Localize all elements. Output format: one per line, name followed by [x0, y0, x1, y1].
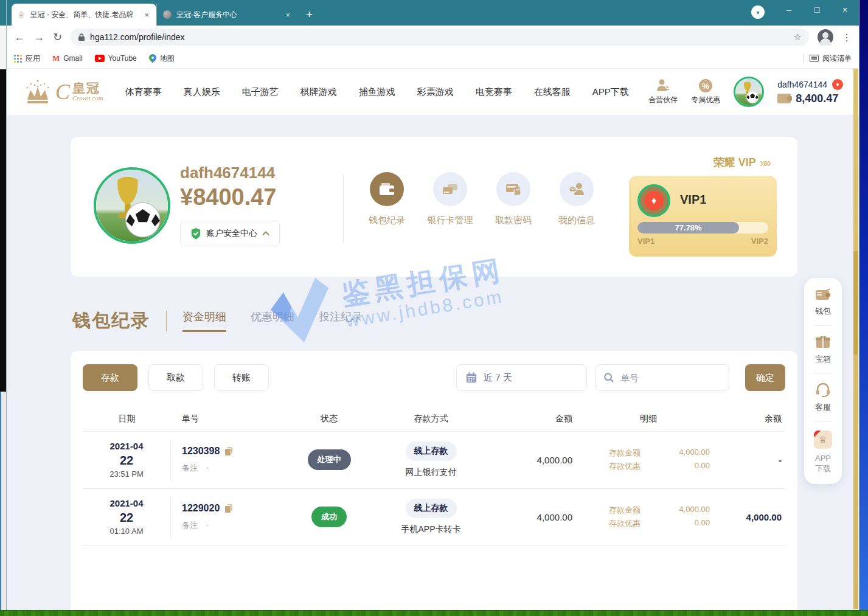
- filter-withdraw-button[interactable]: 取款: [148, 364, 203, 391]
- row-date-month: 2021-04: [83, 440, 170, 452]
- wallet-icon: [815, 288, 831, 301]
- bookmark-gmail[interactable]: M Gmail: [52, 54, 83, 63]
- table-row: 2021-04 22 01:10 AM 1229020 备注 -: [83, 489, 785, 546]
- new-tab-button[interactable]: +: [297, 4, 321, 26]
- bookmark-maps[interactable]: 地图: [149, 54, 175, 64]
- shield-icon: [190, 227, 201, 240]
- tab-search-button[interactable]: ▾: [751, 5, 765, 19]
- browser-avatar-icon[interactable]: [818, 29, 833, 45]
- scrollbar-thumb[interactable]: [853, 251, 858, 355]
- tab-funds-detail[interactable]: 资金明细: [182, 310, 226, 332]
- divider: [803, 54, 804, 63]
- minimize-button[interactable]: –: [775, 0, 803, 19]
- reload-icon[interactable]: ↻: [53, 32, 62, 43]
- bookmark-apps[interactable]: 应用: [14, 54, 40, 64]
- maximize-button[interactable]: □: [803, 0, 831, 19]
- filter-transfer-button[interactable]: 转账: [214, 364, 269, 391]
- side-item-label: 宝箱: [815, 354, 831, 365]
- promo-button[interactable]: % 专属优惠: [691, 78, 720, 105]
- side-service-button[interactable]: 客服: [815, 382, 831, 413]
- chevron-right-icon: »»: [760, 156, 769, 170]
- vip-card: ♦ VIP1 77.78% VIP1 VIP2: [629, 176, 777, 257]
- header-username: dafh4674144: [777, 80, 827, 89]
- reading-list-label: 阅读清单: [822, 54, 852, 64]
- tab-bet-records[interactable]: 投注纪录: [319, 310, 363, 332]
- partner-person-icon: [655, 78, 671, 93]
- nav-board-games[interactable]: 棋牌游戏: [300, 86, 337, 98]
- copy-icon[interactable]: [224, 504, 232, 513]
- method-channel: 网上银行支付: [375, 467, 487, 478]
- nav-app-download[interactable]: APP下载: [592, 86, 629, 98]
- card-lock-icon: [505, 182, 521, 196]
- browser-menu-icon[interactable]: ⋮: [842, 32, 852, 43]
- action-bank-cards[interactable]: 银行卡管理: [418, 172, 482, 226]
- wallet-records-icon: [379, 182, 395, 196]
- profile-username: dafh4674144: [180, 164, 275, 182]
- col-status: 状态: [283, 414, 375, 424]
- date-range-value: 近 7 天: [484, 372, 512, 384]
- order-number: 1230398: [182, 446, 220, 457]
- vip-diamond-icon: ♦: [832, 79, 843, 90]
- table-header-row: 日期 单号 状态 存款方式 金额 明细 余额: [83, 407, 785, 431]
- desktop-left-strip: [0, 0, 6, 616]
- action-withdraw-password[interactable]: 取款密码: [482, 172, 545, 226]
- side-chest-button[interactable]: 宝箱: [815, 334, 831, 365]
- date-range-picker[interactable]: 近 7 天: [456, 364, 587, 391]
- tab-crown-main[interactable]: ♕ 皇冠 - 安全、简单、快捷.老品牌 ×: [12, 4, 156, 26]
- side-app-download-button[interactable]: ♕ APP 下载: [814, 431, 832, 474]
- partner-label: 合营伙伴: [648, 95, 678, 105]
- account-security-button[interactable]: 账户安全中心: [180, 221, 280, 246]
- bookmark-youtube[interactable]: YouTube: [95, 54, 137, 63]
- bookmark-star-icon[interactable]: ☆: [794, 32, 802, 43]
- logo-c: C: [55, 83, 70, 101]
- reading-list-button[interactable]: 阅读清单: [810, 54, 852, 64]
- url-text: hga112.com/profile/index: [90, 32, 788, 42]
- nav-slots[interactable]: 电子游艺: [242, 86, 279, 98]
- youtube-icon: [95, 55, 105, 62]
- divider: [166, 311, 167, 331]
- app-icon: ♕: [814, 431, 832, 449]
- honor-vip-link[interactable]: 荣耀 VIP »»: [713, 155, 769, 170]
- action-my-info[interactable]: 我的信息: [545, 172, 608, 226]
- nav-sports[interactable]: 体育赛事: [125, 86, 162, 98]
- page-scrollbar[interactable]: [853, 69, 858, 609]
- vip-level: VIP1: [680, 193, 706, 207]
- tab-promo-detail[interactable]: 优惠明细: [251, 310, 294, 332]
- reading-list-icon: [810, 55, 819, 62]
- promo-percent-icon: %: [698, 78, 713, 93]
- search-icon: [603, 372, 614, 383]
- header-balance: 8,400.47: [796, 92, 838, 105]
- tab-close-icon[interactable]: ×: [143, 10, 150, 19]
- promo-label: 专属优惠: [691, 95, 720, 105]
- action-wallet-records[interactable]: 钱包纪录: [355, 172, 418, 226]
- order-search-field[interactable]: [595, 364, 729, 391]
- vip-progress-bar: 77.78%: [637, 222, 768, 234]
- gift-icon: [815, 334, 831, 349]
- tab-title: 皇冠-客户服务中心: [176, 10, 279, 20]
- tab-customer-service[interactable]: 皇冠-客户服务中心 ×: [156, 4, 297, 26]
- filter-deposit-button[interactable]: 存款: [83, 364, 137, 391]
- confirm-button[interactable]: 确定: [745, 364, 785, 391]
- nav-live-casino[interactable]: 真人娱乐: [184, 86, 220, 98]
- nav-online-service[interactable]: 在线客服: [534, 86, 571, 98]
- user-avatar[interactable]: [734, 77, 764, 107]
- site-logo[interactable]: C 皇冠 Crown.com: [23, 79, 103, 105]
- nav-fishing[interactable]: 捕鱼游戏: [359, 86, 395, 98]
- vip-progress-fill: 77.78%: [637, 222, 739, 234]
- tab-close-icon[interactable]: ×: [284, 10, 291, 19]
- forward-icon[interactable]: →: [33, 32, 44, 43]
- wallet-icon: [777, 94, 791, 103]
- back-icon[interactable]: ←: [14, 32, 25, 43]
- vip-range-to: VIP2: [751, 237, 768, 246]
- side-wallet-button[interactable]: 钱包: [815, 288, 831, 317]
- nav-lottery[interactable]: 彩票游戏: [417, 86, 454, 98]
- close-button[interactable]: ×: [831, 0, 859, 19]
- copy-icon[interactable]: [224, 447, 232, 456]
- note-label: 备注: [182, 520, 198, 531]
- profile-avatar: [94, 167, 170, 244]
- address-input[interactable]: hga112.com/profile/index ☆: [71, 29, 809, 46]
- partner-button[interactable]: 合营伙伴: [648, 78, 678, 105]
- nav-esports[interactable]: 电竞赛事: [476, 86, 512, 98]
- floating-side-panel: 钱包 宝箱: [804, 278, 842, 484]
- order-search-input[interactable]: [620, 373, 712, 383]
